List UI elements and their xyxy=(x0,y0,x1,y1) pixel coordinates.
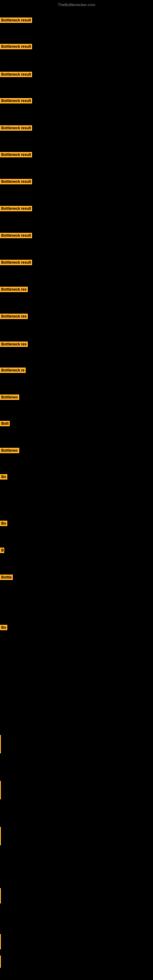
bottleneck-badge: Bottle xyxy=(0,574,13,580)
bottleneck-badge: Bo xyxy=(0,474,7,480)
bottleneck-badge: Bottleneck result xyxy=(0,18,32,23)
bottleneck-badge: Bottleneck result xyxy=(0,206,32,211)
bottleneck-badge: Bottleneck res xyxy=(0,342,28,347)
vertical-bar xyxy=(0,781,1,799)
bottleneck-badge: Bottleneck result xyxy=(0,72,32,77)
bottleneck-badge: Bott xyxy=(0,421,10,426)
bottleneck-badge: Bottleneck result xyxy=(0,98,32,103)
vertical-bar xyxy=(0,735,1,753)
bottleneck-badge: Bottleneck res xyxy=(0,313,28,319)
bottleneck-badge: B xyxy=(0,547,4,553)
bottleneck-badge: Bo xyxy=(0,520,7,526)
bottleneck-badge: Bottlenec xyxy=(0,395,19,400)
vertical-bar xyxy=(0,956,1,968)
vertical-bar xyxy=(0,827,1,845)
bottleneck-badge: Bottleneck result xyxy=(0,44,32,49)
bottleneck-badge: Bottleneck res xyxy=(0,286,28,292)
bottleneck-badge: Bottleneck re xyxy=(0,368,26,373)
vertical-bar xyxy=(0,934,1,950)
bottleneck-badge: Bottleneck result xyxy=(0,179,32,185)
bottleneck-badge: Bottlenec xyxy=(0,448,19,453)
bottleneck-badge: Bottleneck result xyxy=(0,260,32,265)
bottleneck-badge: Bottleneck result xyxy=(0,152,32,158)
vertical-bar xyxy=(0,888,1,904)
bottleneck-badge: Bottleneck result xyxy=(0,233,32,238)
bottleneck-badge: Bo xyxy=(0,625,7,630)
site-title: TheBottlenecker.com xyxy=(58,2,95,7)
bottleneck-badge: Bottleneck result xyxy=(0,125,32,131)
